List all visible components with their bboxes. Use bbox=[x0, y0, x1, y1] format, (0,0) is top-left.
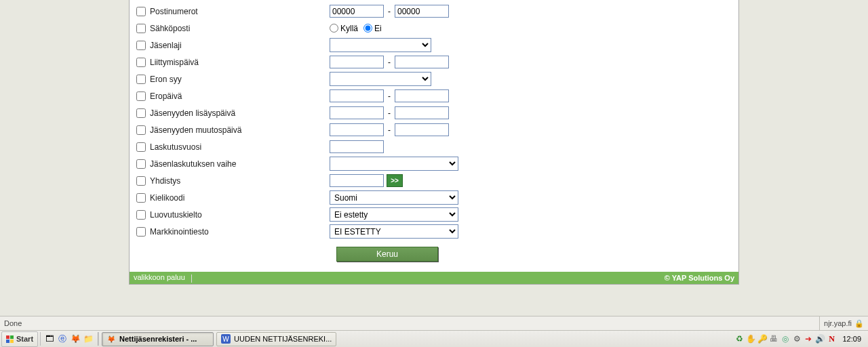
tray-icon[interactable]: ➜ bbox=[804, 334, 813, 344]
liittymispaiva-input[interactable] bbox=[330, 56, 384, 68]
tray-icon[interactable]: ⚙ bbox=[792, 334, 802, 344]
input-cell: - bbox=[330, 123, 449, 136]
status-text: Done bbox=[0, 319, 819, 327]
input-cell: - bbox=[330, 106, 449, 119]
tray-icon[interactable]: N bbox=[827, 334, 836, 344]
tray-icon[interactable]: ♻ bbox=[734, 334, 744, 344]
browser-status-bar: Done njr.yap.fi 🔒 bbox=[0, 316, 868, 330]
radio-label: Ei bbox=[374, 24, 382, 33]
postinumerot-input[interactable] bbox=[395, 5, 449, 18]
label-cell: Laskutusvuosi bbox=[136, 142, 330, 152]
label-cell: Sähköposti bbox=[136, 24, 330, 33]
lookup-button-yhdistys[interactable]: >> bbox=[387, 174, 403, 187]
taskbar-divider bbox=[98, 332, 99, 346]
jasenlaji-select[interactable] bbox=[330, 38, 431, 52]
label-cell: Yhdistys bbox=[136, 176, 330, 186]
lisayspaiva-input[interactable] bbox=[330, 106, 384, 119]
run-row: Keruu bbox=[336, 247, 732, 262]
input-cell: EI ESTETTY bbox=[330, 224, 458, 239]
explorer-icon[interactable]: 📁 bbox=[83, 333, 94, 344]
tray-icon[interactable]: 🖶 bbox=[769, 334, 778, 344]
label-cell: Luovutuskielto bbox=[136, 210, 330, 220]
tray-icon[interactable]: ◎ bbox=[781, 334, 790, 344]
laskutusvuosi-input[interactable] bbox=[330, 140, 384, 153]
label-cell: Jäsenlaji bbox=[136, 41, 330, 50]
start-button[interactable]: Start bbox=[1, 331, 38, 347]
laskvaihe-select[interactable] bbox=[330, 157, 458, 171]
sahkoposti-radio-no[interactable] bbox=[363, 24, 372, 33]
ie-icon[interactable]: ⓔ bbox=[57, 333, 68, 344]
liittymispaiva-input[interactable] bbox=[395, 56, 449, 68]
radio-label: Kyllä bbox=[340, 24, 358, 33]
tray-icon[interactable]: 🔑 bbox=[757, 334, 767, 344]
muutospaiva-input[interactable] bbox=[330, 123, 384, 136]
label-cell: Eron syy bbox=[136, 75, 330, 84]
task-buttons: 🦊Nettijäsenrekisteri - ...WUUDEN NETTIJÄ… bbox=[102, 332, 339, 346]
muutospaiva-input[interactable] bbox=[395, 123, 449, 136]
include-checkbox-laskvaihe[interactable] bbox=[136, 159, 146, 169]
input-cell: >> bbox=[330, 174, 403, 187]
yhdistys-input[interactable] bbox=[330, 174, 384, 187]
include-checkbox-laskutusvuosi[interactable] bbox=[136, 142, 146, 152]
input-cell: - bbox=[330, 5, 449, 18]
firefox-icon: 🦊 bbox=[106, 334, 116, 344]
system-tray: ♻ ✋ 🔑 🖶 ◎ ⚙ ➜ 🔊 N 12:09 bbox=[732, 334, 868, 344]
taskbar-clock[interactable]: 12:09 bbox=[838, 335, 865, 343]
eropaiva-input[interactable] bbox=[330, 89, 384, 102]
windows-logo-icon bbox=[6, 335, 14, 343]
include-checkbox-kielikoodi[interactable] bbox=[136, 193, 146, 203]
footer-copyright: © YAP Solutions Oy bbox=[665, 274, 734, 282]
field-label: Eron syy bbox=[150, 75, 182, 84]
form-row-lisayspaiva: Jäsenyyden lisäyspäivä- bbox=[136, 104, 732, 121]
form-row-sahkoposti: SähköpostiKylläEi bbox=[136, 20, 732, 37]
form-row-jasenlaji: Jäsenlaji bbox=[136, 37, 732, 54]
range-dash: - bbox=[387, 91, 392, 101]
eronsyy-select[interactable] bbox=[330, 72, 431, 86]
include-checkbox-sahkoposti[interactable] bbox=[136, 24, 146, 33]
sahkoposti-radio-yes[interactable] bbox=[330, 24, 338, 33]
input-cell bbox=[330, 38, 431, 52]
run-button[interactable]: Keruu bbox=[336, 247, 438, 262]
show-desktop-icon[interactable]: 🗔 bbox=[44, 333, 55, 344]
include-checkbox-jasenlaji[interactable] bbox=[136, 41, 146, 50]
form-row-laskvaihe: Jäsenlaskutuksen vaihe bbox=[136, 155, 732, 172]
include-checkbox-yhdistys[interactable] bbox=[136, 176, 146, 186]
include-checkbox-muutospaiva[interactable] bbox=[136, 125, 146, 135]
form-area: Postinumerot-SähköpostiKylläEiJäsenlajiL… bbox=[130, 0, 738, 267]
tray-icon[interactable]: ✋ bbox=[746, 334, 755, 344]
label-cell: Jäsenlaskutuksen vaihe bbox=[136, 159, 330, 169]
status-domain: njr.yap.fi bbox=[824, 319, 852, 327]
markkinointi-select[interactable]: EI ESTETTY bbox=[330, 224, 458, 239]
include-checkbox-postinumerot[interactable] bbox=[136, 7, 146, 16]
form-row-luovutuskielto: LuovutuskieltoEi estetty bbox=[136, 206, 732, 223]
form-row-eropaiva: Eropäivä- bbox=[136, 87, 732, 104]
include-checkbox-liittymispaiva[interactable] bbox=[136, 58, 146, 67]
include-checkbox-eropaiva[interactable] bbox=[136, 91, 146, 101]
volume-icon[interactable]: 🔊 bbox=[815, 334, 825, 344]
postinumerot-input[interactable] bbox=[330, 5, 384, 18]
status-domain-cell: njr.yap.fi 🔒 bbox=[819, 317, 868, 330]
form-row-yhdistys: Yhdistys>> bbox=[136, 172, 732, 189]
field-label: Luovutuskielto bbox=[150, 210, 202, 220]
firefox-icon[interactable]: 🦊 bbox=[70, 333, 81, 344]
radio-group-sahkoposti: KylläEi bbox=[330, 24, 386, 33]
input-cell: Ei estetty bbox=[330, 207, 458, 222]
include-checkbox-lisayspaiva[interactable] bbox=[136, 108, 146, 118]
luovutuskielto-select[interactable]: Ei estetty bbox=[330, 207, 458, 222]
range-dash: - bbox=[387, 7, 392, 16]
input-cell bbox=[330, 72, 431, 86]
include-checkbox-eronsyy[interactable] bbox=[136, 75, 146, 84]
taskbar-task-1[interactable]: WUUDEN NETTIJÄSENREKI... bbox=[216, 332, 336, 346]
taskbar-task-0[interactable]: 🦊Nettijäsenrekisteri - ... bbox=[102, 332, 214, 346]
range-dash: - bbox=[387, 108, 392, 118]
form-row-muutospaiva: Jäsenyyden muutospäivä- bbox=[136, 121, 732, 138]
field-label: Postinumerot bbox=[150, 7, 198, 16]
form-panel: Postinumerot-SähköpostiKylläEiJäsenlajiL… bbox=[129, 0, 739, 285]
include-checkbox-markkinointi[interactable] bbox=[136, 227, 146, 237]
eropaiva-input[interactable] bbox=[395, 89, 449, 102]
lisayspaiva-input[interactable] bbox=[395, 106, 449, 119]
back-to-menu-link[interactable]: valikkoon paluu bbox=[134, 273, 185, 281]
include-checkbox-luovutuskielto[interactable] bbox=[136, 210, 146, 220]
kielikoodi-select[interactable]: Suomi bbox=[330, 190, 458, 205]
field-label: Jäsenlaskutuksen vaihe bbox=[150, 159, 236, 169]
